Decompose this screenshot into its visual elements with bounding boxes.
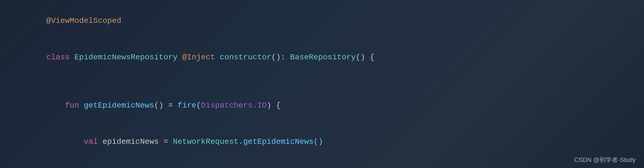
inject-token: @Inject xyxy=(182,53,220,62)
func-name: getEpidemicNews xyxy=(84,101,154,110)
line-content: fun getEpidemicNews() = fire(Dispatchers… xyxy=(15,87,644,124)
code-line-2: class EpidemicNewsRepository @Inject con… xyxy=(0,39,644,75)
line-content: if (epidemicNews.code == CODE) { xyxy=(15,160,644,168)
code-editor: @ViewModelScoped class EpidemicNewsRepos… xyxy=(0,0,644,168)
line-content: val epidemicNews = NetworkRequest.getEpi… xyxy=(15,124,644,160)
equals: () = xyxy=(154,101,177,110)
base-repo-token: BaseRepository xyxy=(290,53,356,62)
line-content xyxy=(15,75,644,87)
paren-token: (): xyxy=(271,53,290,62)
dispatcher-param: Dispatchers.IO xyxy=(201,101,266,110)
line-content: @ViewModelScoped xyxy=(15,3,644,39)
code-line-5: val epidemicNews = NetworkRequest.getEpi… xyxy=(0,124,644,160)
code-line-4: fun getEpidemicNews() = fire(Dispatchers… xyxy=(0,87,644,124)
fun-keyword: fun xyxy=(65,101,84,110)
brace-token: () { xyxy=(356,53,374,62)
line-content: class EpidemicNewsRepository @Inject con… xyxy=(15,39,644,75)
fire-func: fire xyxy=(177,101,196,110)
classname-token: EpidemicNewsRepository xyxy=(75,53,182,62)
indent xyxy=(46,137,84,146)
annotation-token: @ViewModelScoped xyxy=(46,16,121,25)
method-call: .getEpidemicNews() xyxy=(239,137,323,146)
close-brace: ) { xyxy=(267,101,281,110)
code-line-6: if (epidemicNews.code == CODE) { xyxy=(0,160,644,168)
code-line-1: @ViewModelScoped xyxy=(0,3,644,39)
watermark: CSDN @初学者-Study xyxy=(574,155,636,165)
paren: ( xyxy=(196,101,201,110)
val-keyword: val xyxy=(84,137,102,146)
network-request: NetworkRequest xyxy=(173,137,239,146)
constructor-token: constructor xyxy=(220,53,271,62)
indent xyxy=(46,101,65,110)
code-line-3 xyxy=(0,75,644,87)
keyword-token: class xyxy=(46,53,75,62)
varname: epidemicNews = xyxy=(102,137,173,146)
